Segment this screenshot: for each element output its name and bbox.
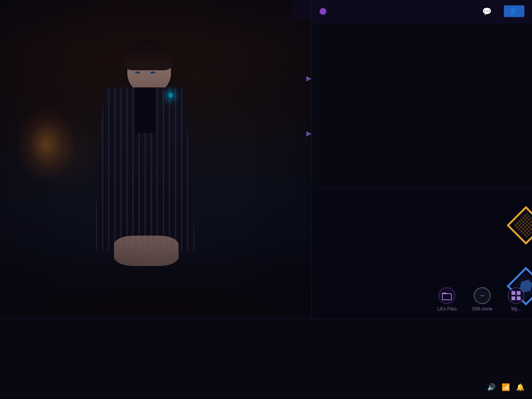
my-label: My...: [511, 306, 521, 312]
svg-rect-3: [511, 291, 515, 295]
bottom-right-icons: Lili's Files − SIM-clone My...: [312, 280, 532, 319]
my-item[interactable]: My...: [500, 283, 532, 315]
svg-point-0: [439, 288, 455, 304]
chat-header: 💬 👤: [312, 0, 532, 23]
bottom-right-panel: Lili's Files − SIM-clone My...: [312, 190, 532, 319]
lilis-files-item[interactable]: Lili's Files: [429, 283, 464, 315]
chat-panel: 💬 👤: [312, 0, 532, 186]
lili-button[interactable]: 👤: [504, 5, 524, 17]
simclone-icon: −: [474, 287, 491, 304]
taskbar: 🔊 📶 🔔: [0, 319, 532, 399]
folder-icon: [439, 287, 455, 304]
my-icon: [508, 287, 524, 304]
video-area: [0, 0, 312, 315]
diamond-decoration-1: [494, 206, 532, 247]
lilis-files-label: Lili's Files: [437, 306, 457, 312]
hecate-button[interactable]: 💬: [478, 5, 498, 17]
volume-icon[interactable]: 🔊: [487, 383, 496, 391]
whisper-app-icon: [320, 8, 326, 15]
svg-point-2: [508, 288, 524, 304]
chat-messages: [312, 23, 532, 30]
simclone-item[interactable]: − SIM-clone: [464, 283, 500, 315]
notification-bell-icon[interactable]: 🔔: [516, 383, 524, 391]
panel-arrow-2[interactable]: ▶: [306, 129, 312, 138]
svg-rect-4: [517, 291, 521, 295]
svg-rect-5: [511, 296, 515, 300]
svg-rect-6: [517, 296, 521, 300]
simclone-label: SIM-clone: [472, 306, 492, 312]
system-tray: 🔊 📶 🔔: [487, 383, 524, 391]
panel-arrow-1[interactable]: ▶: [306, 74, 312, 82]
minimize-bar: [293, 0, 312, 19]
wifi-icon[interactable]: 📶: [502, 383, 510, 391]
taskbar-icons: [0, 352, 532, 367]
